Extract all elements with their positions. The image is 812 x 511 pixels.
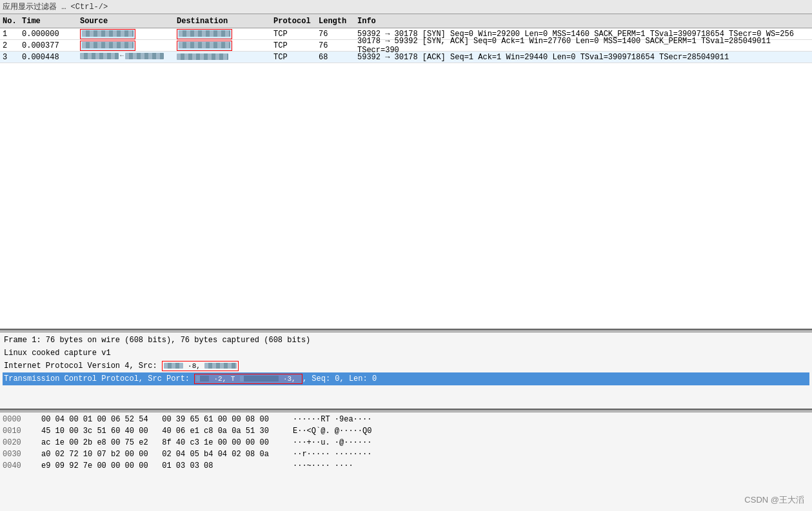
packet-no: 2: [0, 41, 19, 50]
packet-source: [77, 41, 174, 51]
filter-label: 应用显示过滤器 … <Ctrl-/>: [3, 1, 108, 12]
hex-bytes: ac 1e 00 2b e8 00 75 e2 8f 40 c3 1e 00 0…: [41, 437, 280, 448]
col-header-time: Time: [19, 17, 77, 26]
hex-row: 0030 a0 02 72 10 07 b2 00 00 02 04 05 b4…: [3, 448, 809, 460]
detail-ip-prefix: Internet Protocol Version 4, Src:: [4, 362, 162, 371]
packet-length: 68: [316, 53, 355, 62]
hex-panel: 0000 00 04 00 01 00 06 52 54 00 39 65 61…: [0, 412, 812, 511]
hex-bytes: a0 02 72 10 07 b2 00 00 02 04 05 b4 04 0…: [41, 448, 280, 460]
packet-source: [77, 29, 174, 39]
detail-tcp-suffix: , Seq: 0, Len: 0: [302, 374, 377, 383]
hex-ascii: E··<Q`@. @·····Q0: [293, 425, 371, 437]
hex-ascii: ···+··u. ·@······: [293, 437, 371, 448]
col-header-destination: Destination: [174, 17, 271, 26]
packet-length: 76: [316, 30, 355, 39]
col-header-info: Info: [355, 17, 812, 26]
hex-row: 0000 00 04 00 01 00 06 52 54 00 39 65 61…: [3, 414, 809, 425]
detail-panel: Frame 1: 76 bytes on wire (608 bits), 76…: [0, 333, 812, 410]
col-header-length: Length: [316, 17, 355, 26]
packet-protocol: TCP: [271, 53, 316, 62]
detail-linux-text: Linux cooked capture v1: [4, 349, 111, 358]
packet-no: 3: [0, 53, 19, 62]
hex-offset: 0000: [3, 414, 28, 425]
col-header-protocol: Protocol: [271, 17, 316, 26]
hex-offset: 0030: [3, 448, 28, 460]
packet-info: 59392 → 30178 [ACK] Seq=1 Ack=1 Win=2944…: [355, 53, 812, 62]
hex-ascii: ······RT ·9ea····: [293, 414, 371, 425]
col-header-no: No.: [0, 17, 19, 26]
hex-row: 0040 e9 09 92 7e 00 00 00 00 01 03 03 08…: [3, 460, 809, 472]
hex-row: 0010 45 10 00 3c 51 60 40 00 40 06 e1 c8…: [3, 425, 809, 437]
packet-destination: [174, 41, 271, 51]
detail-tcp-prefix: Transmission Control Protocol, Src Port:: [4, 374, 194, 383]
col-header-source: Source: [77, 17, 174, 26]
detail-tcp[interactable]: Transmission Control Protocol, Src Port:…: [3, 372, 809, 385]
hex-ascii: ··r····· ········: [293, 448, 371, 460]
hex-offset: 0020: [3, 437, 28, 448]
packet-header-row: No. Time Source Destination Protocol Len…: [0, 14, 812, 28]
packet-protocol: TCP: [271, 30, 316, 39]
packet-length: 76: [316, 41, 355, 50]
detail-frame[interactable]: Frame 1: 76 bytes on wire (608 bits), 76…: [3, 334, 809, 347]
detail-ip-src: ·8,: [162, 361, 239, 371]
filter-bar[interactable]: 应用显示过滤器 … <Ctrl-/>: [0, 0, 812, 14]
hex-bytes: 00 04 00 01 00 06 52 54 00 39 65 61 00 0…: [41, 414, 280, 425]
packet-time: 0.000000: [19, 30, 77, 39]
hex-bytes: 45 10 00 3c 51 60 40 00 40 06 e1 c8 0a 0…: [41, 425, 280, 437]
detail-linux[interactable]: Linux cooked capture v1: [3, 347, 809, 360]
packet-source: ←: [77, 52, 174, 62]
detail-ip[interactable]: Internet Protocol Version 4, Src: ·8,: [3, 360, 809, 372]
hex-row: 0020 ac 1e 00 2b e8 00 75 e2 8f 40 c3 1e…: [3, 437, 809, 448]
packet-time: 0.000377: [19, 41, 77, 50]
hex-offset: 0010: [3, 425, 28, 437]
watermark: CSDN @王大滔: [744, 494, 804, 506]
hex-ascii: ···~···· ····: [293, 460, 353, 472]
table-row[interactable]: 3 0.000448 ← TCP 68 59392 → 30178 [ACK] …: [0, 52, 812, 63]
packet-destination: [174, 53, 271, 62]
hex-bytes: e9 09 92 7e 00 00 00 00 01 03 03 08: [41, 460, 280, 472]
table-row[interactable]: 2 0.000377 TCP 76 30178 → 59392 [SYN, AC…: [0, 40, 812, 52]
packet-destination: [174, 29, 271, 39]
detail-frame-text: Frame 1: 76 bytes on wire (608 bits), 76…: [4, 336, 310, 345]
detail-tcp-src: ·2, T ·3,: [194, 374, 302, 384]
packet-info: 30178 → 59392 [SYN, ACK] Seq=0 Ack=1 Win…: [355, 37, 812, 55]
packet-no: 1: [0, 30, 19, 39]
packet-list-panel: No. Time Source Destination Protocol Len…: [0, 14, 812, 330]
hex-offset: 0040: [3, 460, 28, 472]
packet-time: 0.000448: [19, 53, 77, 62]
packet-protocol: TCP: [271, 41, 316, 50]
